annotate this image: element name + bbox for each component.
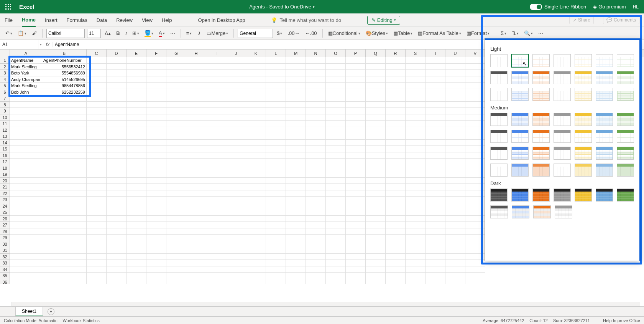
- cell-Q7[interactable]: [366, 95, 386, 102]
- cell-B34[interactable]: [42, 266, 87, 273]
- cell-T3[interactable]: [426, 70, 445, 76]
- cell-A21[interactable]: [10, 184, 42, 190]
- open-desktop-button[interactable]: Open in Desktop App: [198, 17, 245, 23]
- cell-H23[interactable]: [186, 197, 206, 203]
- cell-K35[interactable]: [246, 273, 266, 279]
- cell-I34[interactable]: [206, 266, 226, 273]
- cell-F33[interactable]: [146, 260, 166, 266]
- cell-E23[interactable]: [127, 197, 146, 203]
- cell-L20[interactable]: [266, 178, 286, 184]
- cell-I28[interactable]: [206, 228, 226, 235]
- cell-V24[interactable]: [465, 203, 485, 210]
- cell-J17[interactable]: [226, 159, 246, 165]
- cell-P17[interactable]: [346, 159, 366, 165]
- cell-M31[interactable]: [286, 247, 306, 254]
- cell-B33[interactable]: [42, 260, 87, 266]
- cell-N2[interactable]: [306, 64, 326, 70]
- table-style-swatch[interactable]: [490, 147, 508, 160]
- cell-F21[interactable]: [146, 184, 166, 190]
- cell-N28[interactable]: [306, 228, 326, 235]
- cell-P34[interactable]: [346, 266, 366, 273]
- tab-view[interactable]: View: [142, 13, 153, 27]
- cell-P13[interactable]: [346, 133, 366, 140]
- cell-V19[interactable]: [465, 171, 485, 178]
- cell-S19[interactable]: [406, 171, 426, 178]
- cell-E36[interactable]: [127, 279, 146, 284]
- cell-B12[interactable]: [42, 127, 87, 134]
- col-header-C[interactable]: C: [87, 50, 107, 57]
- cell-V6[interactable]: [465, 89, 485, 96]
- cell-A35[interactable]: [10, 273, 42, 279]
- cell-N22[interactable]: [306, 190, 326, 197]
- table-style-swatch[interactable]: [511, 71, 529, 84]
- cell-Q6[interactable]: [366, 89, 386, 96]
- cell-L16[interactable]: [266, 152, 286, 159]
- cell-J26[interactable]: [226, 216, 246, 222]
- col-header-A[interactable]: A: [10, 50, 42, 57]
- cell-J9[interactable]: [226, 108, 246, 114]
- col-header-U[interactable]: U: [445, 50, 465, 57]
- cell-G23[interactable]: [166, 197, 186, 203]
- cell-V20[interactable]: [465, 178, 485, 184]
- cell-Q36[interactable]: [366, 279, 386, 284]
- cell-N6[interactable]: [306, 89, 326, 96]
- cell-G6[interactable]: [166, 89, 186, 96]
- cell-V25[interactable]: [465, 209, 485, 216]
- cell-K25[interactable]: [246, 209, 266, 216]
- cell-Q28[interactable]: [366, 228, 386, 235]
- cell-R17[interactable]: [386, 159, 406, 165]
- cell-O25[interactable]: [326, 209, 346, 216]
- table-style-swatch[interactable]: [617, 71, 634, 84]
- cell-R32[interactable]: [386, 254, 406, 260]
- cell-V31[interactable]: [465, 247, 485, 254]
- cell-O27[interactable]: [326, 222, 346, 228]
- sheet-tab-1[interactable]: Sheet1: [15, 307, 43, 316]
- cell-D31[interactable]: [107, 247, 127, 254]
- cell-O24[interactable]: [326, 203, 346, 210]
- cell-U9[interactable]: [445, 108, 465, 114]
- table-style-swatch[interactable]: [596, 54, 613, 67]
- cell-J21[interactable]: [226, 184, 246, 190]
- table-style-swatch[interactable]: [554, 88, 571, 101]
- cell-I29[interactable]: [206, 235, 226, 241]
- cell-R2[interactable]: [386, 64, 406, 70]
- cell-C33[interactable]: [87, 260, 107, 266]
- cell-I33[interactable]: [206, 260, 226, 266]
- cell-R23[interactable]: [386, 197, 406, 203]
- cell-P3[interactable]: [346, 70, 366, 76]
- cell-G14[interactable]: [166, 140, 186, 146]
- table-style-swatch[interactable]: [490, 54, 508, 67]
- cell-R35[interactable]: [386, 273, 406, 279]
- cell-G10[interactable]: [166, 114, 186, 121]
- cell-R24[interactable]: [386, 203, 406, 210]
- cell-O11[interactable]: [326, 121, 346, 127]
- cell-Q11[interactable]: [366, 121, 386, 127]
- cell-E2[interactable]: [127, 64, 146, 70]
- cell-D10[interactable]: [107, 114, 127, 121]
- cell-D11[interactable]: [107, 121, 127, 127]
- cell-E11[interactable]: [127, 121, 146, 127]
- cell-D24[interactable]: [107, 203, 127, 210]
- cell-L25[interactable]: [266, 209, 286, 216]
- cell-F2[interactable]: [146, 64, 166, 70]
- cell-P22[interactable]: [346, 190, 366, 197]
- cell-U29[interactable]: [445, 235, 465, 241]
- cell-L19[interactable]: [266, 171, 286, 178]
- table-style-swatch[interactable]: [617, 54, 634, 67]
- cell-V21[interactable]: [465, 184, 485, 190]
- cell-N21[interactable]: [306, 184, 326, 190]
- row-header-30[interactable]: 30: [0, 241, 10, 248]
- cell-L6[interactable]: [266, 89, 286, 96]
- cell-B29[interactable]: [42, 235, 87, 241]
- cell-S34[interactable]: [406, 266, 426, 273]
- row-header-1[interactable]: 1: [0, 57, 10, 64]
- cell-R18[interactable]: [386, 165, 406, 172]
- cell-N13[interactable]: [306, 133, 326, 140]
- cell-E6[interactable]: [127, 89, 146, 96]
- cell-B22[interactable]: [42, 190, 87, 197]
- cell-Q1[interactable]: [366, 57, 386, 64]
- cell-B7[interactable]: [42, 95, 87, 102]
- table-style-swatch[interactable]: ↖: [511, 54, 529, 67]
- cell-I16[interactable]: [206, 152, 226, 159]
- cell-U2[interactable]: [445, 64, 465, 70]
